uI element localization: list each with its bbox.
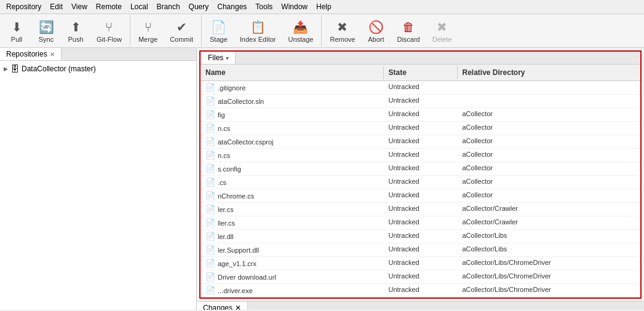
- file-state-cell: Untracked: [384, 270, 458, 283]
- menu-repository[interactable]: Repository: [2, 1, 45, 12]
- file-name: ler.dll: [218, 233, 234, 240]
- file-state-cell: Untracked: [384, 81, 458, 94]
- table-row[interactable]: 📄 ...driver.exe Untracked aCollector/Lib…: [201, 284, 640, 297]
- file-icon: 📄: [205, 191, 215, 200]
- menu-query[interactable]: Query: [185, 1, 213, 12]
- table-row[interactable]: 📄 n.cs Untracked aCollector: [201, 149, 640, 162]
- file-state-cell: Untracked: [384, 216, 458, 229]
- menu-branch[interactable]: Branch: [153, 1, 184, 12]
- file-table[interactable]: Name State Relative Directory 📄 .gitigno…: [201, 65, 640, 297]
- abort-button[interactable]: 🚫 Abort: [362, 15, 390, 46]
- push-icon: ⬆: [67, 18, 84, 36]
- table-row[interactable]: 📄 nChrome.cs Untracked aCollector: [201, 189, 640, 203]
- files-panel: Files ▾ Name State Relative Directory 📄 …: [199, 50, 642, 299]
- unstage-button[interactable]: 📤 Unstage: [282, 15, 319, 46]
- file-name: Driver download.url: [218, 274, 276, 281]
- delete-button[interactable]: ✖ Delete: [427, 15, 458, 46]
- gitflow-button[interactable]: ⑂ Git-Flow: [91, 15, 127, 46]
- menu-view[interactable]: View: [68, 1, 91, 12]
- index-editor-button[interactable]: 📋 Index Editor: [234, 15, 282, 46]
- file-dir-cell: aCollector/Crawler: [458, 203, 641, 216]
- file-dir-cell: aCollector: [458, 135, 641, 148]
- file-icon: 📄: [205, 110, 215, 119]
- changes-tab-close[interactable]: ✕: [235, 304, 241, 310]
- file-name-cell: 📄 n.cs: [201, 122, 384, 135]
- file-icon: 📄: [205, 96, 215, 106]
- changes-tab[interactable]: Changes ✕: [197, 302, 248, 310]
- file-icon: 📄: [205, 124, 215, 133]
- stage-button[interactable]: 📄 Stage: [204, 15, 233, 46]
- file-name-cell: 📄 ller.cs: [201, 216, 384, 229]
- repositories-tab-close[interactable]: ✕: [50, 51, 55, 58]
- file-dir-cell: aCollector: [458, 162, 641, 175]
- files-tab[interactable]: Files ▾: [202, 52, 236, 64]
- sidebar-tab-bar: Repositories ✕: [0, 48, 196, 61]
- push-button[interactable]: ⬆ Push: [62, 15, 90, 46]
- file-dir-cell: aCollector: [458, 108, 641, 121]
- table-row[interactable]: 📄 ller.cs Untracked aCollector/Crawler: [201, 216, 640, 230]
- file-state-cell: Untracked: [384, 230, 458, 243]
- file-state-cell: Untracked: [384, 122, 458, 135]
- file-state-cell: Untracked: [384, 203, 458, 216]
- menu-local[interactable]: Local: [127, 1, 152, 12]
- sync-button[interactable]: 🔄 Sync: [32, 15, 60, 46]
- file-name-cell: 📄 age_v1.1.crx: [201, 257, 384, 270]
- table-row[interactable]: 📄 ataCollector.sln Untracked: [201, 95, 640, 108]
- table-row[interactable]: 📄 ler.cs Untracked aCollector/Crawler: [201, 203, 640, 216]
- name-column-header: Name: [201, 66, 384, 79]
- files-tab-bar: Files ▾: [201, 52, 640, 65]
- file-name: s.config: [218, 165, 241, 173]
- file-icon: 📄: [205, 286, 215, 295]
- table-row[interactable]: 📄 .cs Untracked aCollector: [201, 176, 640, 189]
- file-name-cell: 📄 .cs: [201, 176, 384, 189]
- remove-button[interactable]: ✖ Remove: [324, 15, 360, 46]
- sidebar: Repositories ✕ ▶ 🗄 DataCollector (master…: [0, 48, 197, 310]
- stage-icon: 📄: [210, 18, 227, 36]
- table-row[interactable]: 📄 Driver download.url Untracked aCollect…: [201, 270, 640, 284]
- file-state-cell: Untracked: [384, 135, 458, 148]
- pull-button[interactable]: ⬇ Pull: [2, 15, 31, 46]
- merge-icon: ⑂: [140, 18, 157, 36]
- table-row[interactable]: 📄 .gitignore Untracked: [201, 81, 640, 95]
- repositories-tab-label: Repositories: [6, 50, 47, 58]
- menu-remote[interactable]: Remote: [92, 1, 125, 12]
- file-name: ler.cs: [218, 206, 234, 213]
- commit-button[interactable]: ✔ Commit: [164, 15, 199, 46]
- table-row[interactable]: 📄 ler.dll Untracked aCollector/Libs: [201, 230, 640, 243]
- menu-edit[interactable]: Edit: [46, 1, 66, 12]
- discard-button[interactable]: 🗑 Discard: [391, 15, 425, 46]
- menu-help[interactable]: Help: [312, 1, 335, 12]
- file-name: ler.Support.dll: [218, 246, 259, 254]
- file-dir-cell: [458, 95, 641, 108]
- file-icon: 📄: [205, 164, 215, 173]
- main-container: Repositories ✕ ▶ 🗄 DataCollector (master…: [0, 48, 644, 310]
- menu-window[interactable]: Window: [277, 1, 311, 12]
- table-row[interactable]: 📄 ler.Support.dll Untracked aCollector/L…: [201, 243, 640, 257]
- repository-item[interactable]: ▶ 🗄 DataCollector (master): [1, 62, 195, 76]
- file-dir-cell: aCollector/Libs/ChromeDriver: [458, 284, 641, 297]
- file-name-cell: 📄 s.config: [201, 162, 384, 175]
- file-dir-cell: aCollector/Libs/ChromeDriver: [458, 257, 641, 270]
- repo-expand-arrow: ▶: [4, 66, 8, 72]
- table-row[interactable]: 📄 n.cs Untracked aCollector: [201, 122, 640, 135]
- repositories-tab[interactable]: Repositories ✕: [0, 48, 62, 60]
- file-state-cell: Untracked: [384, 189, 458, 202]
- file-name-cell: 📄 ler.cs: [201, 203, 384, 216]
- index-editor-icon: 📋: [249, 18, 266, 36]
- merge-button[interactable]: ⑂ Merge: [133, 15, 163, 46]
- table-row[interactable]: 📄 ataCollector.csproj Untracked aCollect…: [201, 135, 640, 149]
- file-icon: 📄: [205, 218, 215, 227]
- remove-icon: ✖: [334, 18, 351, 36]
- discard-icon: 🗑: [400, 18, 417, 36]
- table-row[interactable]: 📄 fig Untracked aCollector: [201, 108, 640, 122]
- file-name: nChrome.cs: [218, 192, 254, 200]
- file-name: age_v1.1.crx: [218, 260, 256, 267]
- files-tab-close[interactable]: ▾: [226, 55, 229, 61]
- table-row[interactable]: 📄 age_v1.1.crx Untracked aCollector/Libs…: [201, 257, 640, 270]
- menu-tools[interactable]: Tools: [252, 1, 276, 12]
- menu-changes[interactable]: Changes: [213, 1, 250, 12]
- file-icon: 📄: [205, 259, 215, 268]
- file-name: fig: [218, 111, 225, 119]
- table-row[interactable]: 📄 s.config Untracked aCollector: [201, 162, 640, 176]
- toolbar-separator-3: [321, 15, 322, 46]
